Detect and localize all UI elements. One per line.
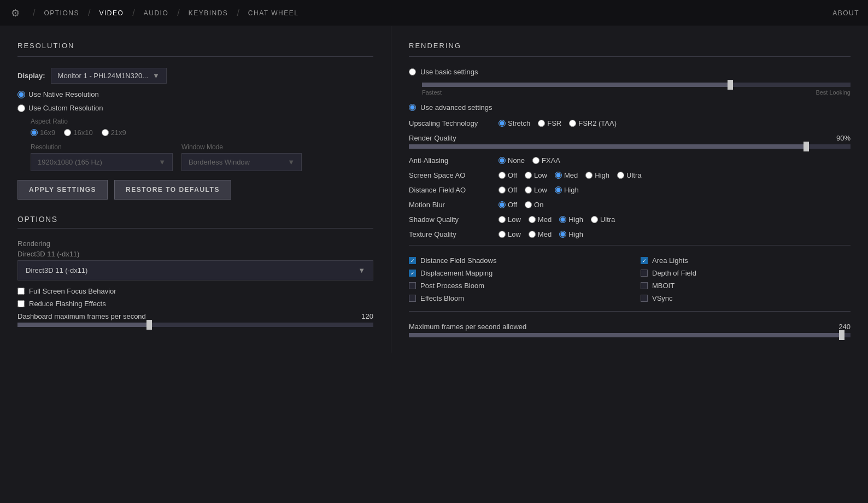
sq-ultra-radio[interactable]	[591, 216, 598, 223]
displacement-mapping-checkbox[interactable]	[409, 270, 416, 277]
ssao-ultra-radio[interactable]	[617, 172, 624, 179]
nav-video[interactable]: VIDEO	[95, 9, 128, 17]
dfao-high-radio[interactable]	[555, 186, 562, 194]
sq-med-radio[interactable]	[529, 216, 536, 223]
distance-field-shadows-label[interactable]: Distance Field Shadows	[420, 256, 496, 265]
basic-slider-track[interactable]	[422, 83, 851, 87]
native-resolution-row: Use Native Resolution	[17, 90, 373, 98]
post-process-bloom-label[interactable]: Post Process Bloom	[420, 282, 484, 290]
ssao-low-label: Low	[534, 171, 547, 179]
tq-low-radio[interactable]	[498, 231, 506, 238]
effects-bloom-checkbox[interactable]	[409, 295, 416, 302]
ssao-high-radio[interactable]	[585, 172, 593, 179]
aa-none-radio[interactable]	[498, 157, 506, 164]
use-basic-label[interactable]: Use basic settings	[420, 68, 478, 76]
aspect-16x9-radio[interactable]	[31, 129, 38, 136]
max-fps-track[interactable]	[409, 333, 851, 337]
nav-chat-wheel[interactable]: CHAT WHEEL	[244, 9, 303, 17]
depth-of-field-checkbox[interactable]	[641, 270, 648, 277]
render-quality-track[interactable]	[409, 144, 851, 149]
use-advanced-label[interactable]: Use advanced settings	[420, 103, 492, 112]
upscaling-stretch-radio[interactable]	[498, 120, 506, 127]
displacement-mapping-item: Displacement Mapping	[409, 269, 619, 277]
aspect-16x10-radio[interactable]	[64, 129, 71, 136]
render-quality-thumb[interactable]	[804, 142, 809, 151]
dashboard-fps-thumb[interactable]	[146, 320, 152, 330]
ssao-low-radio[interactable]	[525, 172, 532, 179]
mboit-checkbox[interactable]	[641, 282, 648, 289]
area-lights-label[interactable]: Area Lights	[652, 256, 688, 265]
tq-med-radio[interactable]	[529, 231, 536, 238]
basic-slider-thumb[interactable]	[728, 80, 733, 90]
dfao-low-radio[interactable]	[525, 186, 532, 194]
upscaling-fsr2-radio[interactable]	[569, 120, 576, 127]
options-divider	[17, 228, 373, 229]
nav-about[interactable]: ABOUT	[832, 9, 859, 17]
tq-high-label: High	[568, 230, 583, 238]
dfao-high-label: High	[564, 186, 579, 194]
sq-high-radio[interactable]	[559, 216, 566, 223]
ssao-med-label: Med	[564, 171, 578, 179]
mb-off-radio[interactable]	[498, 201, 506, 208]
ssao-med-radio[interactable]	[555, 172, 562, 179]
post-process-bloom-checkbox[interactable]	[409, 282, 416, 289]
displacement-mapping-label[interactable]: Displacement Mapping	[420, 269, 492, 277]
aspect-16x10-label[interactable]: 16x10	[64, 128, 92, 137]
use-basic-radio[interactable]	[409, 68, 416, 75]
aspect-ratio-label: Aspect Ratio	[31, 118, 373, 125]
native-resolution-radio[interactable]	[17, 91, 25, 98]
dashboard-fps-track[interactable]	[17, 323, 373, 327]
basic-slider-section: Fastest Best Looking	[422, 83, 851, 96]
use-advanced-radio[interactable]	[409, 104, 416, 111]
vsync-label[interactable]: VSync	[652, 294, 673, 302]
sq-low-radio[interactable]	[498, 216, 506, 223]
aspect-21x9-label[interactable]: 21x9	[102, 128, 126, 137]
fullscreen-focus-checkbox[interactable]	[17, 288, 25, 295]
ssao-off-radio[interactable]	[498, 172, 506, 179]
effects-bloom-label[interactable]: Effects Bloom	[420, 294, 464, 302]
fullscreen-focus-label[interactable]: Full Screen Focus Behavior	[29, 287, 116, 295]
tq-high-radio[interactable]	[559, 231, 566, 238]
custom-resolution-radio[interactable]	[17, 104, 25, 112]
distance-field-shadows-checkbox[interactable]	[409, 257, 416, 264]
apply-settings-button[interactable]: APPLY SETTINGS	[17, 180, 108, 200]
nav-audio[interactable]: AUDIO	[139, 9, 173, 17]
native-resolution-label[interactable]: Use Native Resolution	[17, 90, 99, 98]
dfao-off-radio[interactable]	[498, 186, 506, 194]
custom-resolution-text: Use Custom Resolution	[28, 104, 103, 112]
resolution-dropdown[interactable]: 1920x1080 (165 Hz) ▼	[31, 153, 173, 171]
area-lights-checkbox[interactable]	[641, 257, 648, 264]
aspect-21x9-radio[interactable]	[102, 129, 109, 136]
render-quality-value: 90%	[836, 134, 851, 142]
restore-defaults-button[interactable]: RESTORE TO DEFAULTS	[114, 180, 231, 200]
anti-aliasing-label: Anti-Aliasing	[409, 156, 496, 165]
window-mode-value: Borderless Window	[189, 158, 250, 166]
custom-resolution-label[interactable]: Use Custom Resolution	[17, 104, 103, 112]
resolution-divider	[17, 56, 373, 57]
max-fps-divider	[409, 311, 851, 312]
tq-high-option: High	[559, 230, 583, 238]
aspect-16x9-label[interactable]: 16x9	[31, 128, 55, 137]
custom-resolution-options: Aspect Ratio 16x9 16x10 21x9 Resolution	[31, 118, 373, 171]
max-fps-thumb[interactable]	[839, 330, 844, 340]
mboit-label[interactable]: MBOIT	[652, 282, 675, 290]
reduce-flashing-label[interactable]: Reduce Flashing Effects	[29, 300, 106, 308]
display-dropdown[interactable]: Monitor 1 - PHL24M1N320... ▼	[51, 68, 167, 84]
dashboard-fps-label: Dashboard maximum frames per second	[17, 312, 146, 320]
aa-fxaa-radio[interactable]	[532, 157, 539, 164]
nav-keybinds[interactable]: KEYBINDS	[184, 9, 233, 17]
mb-on-radio[interactable]	[525, 201, 532, 208]
vsync-checkbox[interactable]	[641, 295, 648, 302]
nav-options[interactable]: OPTIONS	[39, 9, 84, 17]
rendering-api-dropdown[interactable]: Direct3D 11 (-dx11) ▼	[17, 260, 373, 280]
depth-of-field-label[interactable]: Depth of Field	[652, 269, 696, 277]
upscaling-fsr-radio[interactable]	[538, 120, 545, 127]
upscaling-fsr-label: FSR	[547, 119, 561, 127]
shadow-quality-label: Shadow Quality	[409, 215, 496, 224]
window-mode-dropdown[interactable]: Borderless Window ▼	[181, 153, 302, 171]
ssao-high-label: High	[595, 171, 609, 179]
dashboard-fps-container: Dashboard maximum frames per second 120	[17, 312, 373, 327]
rendering-title: RENDERING	[409, 42, 851, 50]
reduce-flashing-checkbox[interactable]	[17, 300, 25, 307]
aa-fxaa-label: FXAA	[542, 156, 560, 165]
